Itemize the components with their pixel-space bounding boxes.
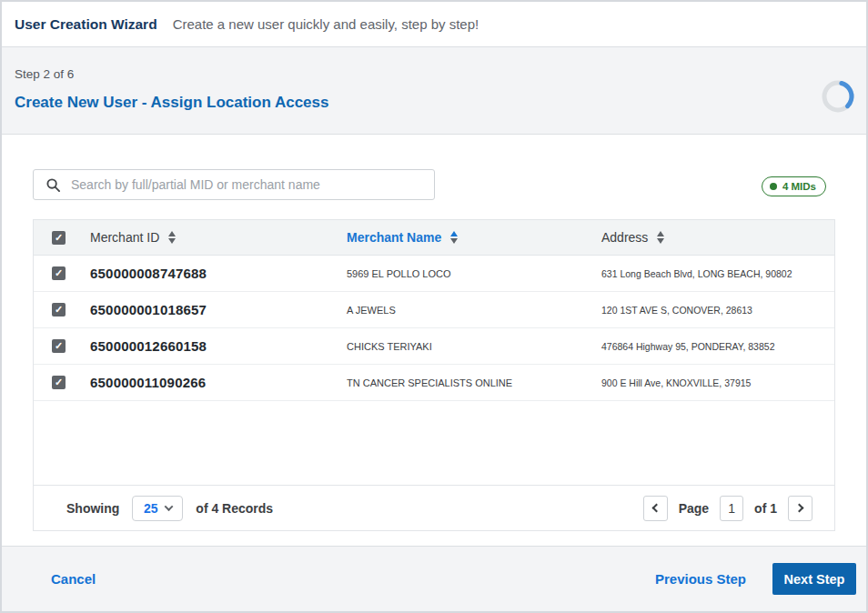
merchant-name: A JEWELS bbox=[347, 305, 601, 316]
chevron-down-icon bbox=[164, 502, 173, 511]
table-row: ✓ 650000001018657 A JEWELS 120 1ST AVE S… bbox=[34, 292, 834, 328]
merchant-search-box[interactable] bbox=[33, 169, 435, 200]
row-checkbox[interactable]: ✓ bbox=[52, 303, 66, 317]
chevron-left-icon bbox=[652, 504, 661, 513]
sort-icon[interactable] bbox=[657, 231, 664, 244]
sort-icon[interactable] bbox=[168, 231, 176, 244]
header-checkbox-cell: ✓ bbox=[34, 231, 90, 245]
column-header-merchant-id[interactable]: Merchant ID bbox=[90, 230, 347, 245]
merchant-address: 120 1ST AVE S, CONOVER, 28613 bbox=[601, 305, 834, 316]
merchant-address: 476864 Highway 95, PONDERAY, 83852 bbox=[601, 341, 834, 352]
merchant-id: 650000008747688 bbox=[90, 266, 347, 281]
table-row: ✓ 650000011090266 TN CANCER SPECIALISTS … bbox=[34, 365, 834, 401]
records-label: of 4 Records bbox=[196, 501, 273, 516]
merchant-name: TN CANCER SPECIALISTS ONLINE bbox=[347, 377, 601, 388]
row-checkbox[interactable]: ✓ bbox=[52, 266, 66, 280]
merchant-address: 900 E Hill Ave, KNOXVILLE, 37915 bbox=[601, 377, 834, 388]
chevron-right-icon bbox=[794, 504, 803, 513]
next-page-button[interactable] bbox=[788, 496, 812, 521]
progress-spinner-icon bbox=[820, 78, 856, 115]
app-header: User Creation Wizard Create a new user q… bbox=[2, 2, 866, 47]
badge-dot-icon bbox=[770, 183, 777, 190]
row-checkbox[interactable]: ✓ bbox=[52, 339, 66, 353]
previous-step-button[interactable]: Previous Step bbox=[655, 571, 746, 587]
page-size-controls: Showing 25 of 4 Records bbox=[66, 496, 273, 521]
page-size-select[interactable]: 25 bbox=[132, 496, 183, 521]
merchant-id: 650000012660158 bbox=[90, 338, 347, 354]
merchant-id: 650000011090266 bbox=[90, 375, 347, 390]
pagination-bar: Showing 25 of 4 Records Page of 1 bbox=[34, 485, 834, 530]
step-bar: Step 2 of 6 Create New User - Assign Loc… bbox=[2, 47, 866, 135]
cancel-button[interactable]: Cancel bbox=[51, 571, 96, 587]
sort-asc-icon[interactable] bbox=[450, 231, 458, 244]
toolbar: 4 MIDs bbox=[33, 169, 835, 200]
wizard-footer: Cancel Previous Step Next Step bbox=[2, 546, 866, 611]
main-content: 4 MIDs ✓ Merchant ID Merchant Name bbox=[2, 135, 866, 546]
page-title: Create New User - Assign Location Access bbox=[15, 94, 853, 112]
search-icon bbox=[46, 178, 60, 192]
merchant-name: 5969 EL POLLO LOCO bbox=[347, 268, 601, 279]
search-input[interactable] bbox=[71, 177, 425, 192]
column-header-address[interactable]: Address bbox=[601, 230, 834, 245]
badge-label: 4 MIDs bbox=[782, 181, 816, 192]
table-header-row: ✓ Merchant ID Merchant Name bbox=[34, 220, 834, 256]
merchant-name: CHICKS TERIYAKI bbox=[347, 341, 601, 352]
page-nav-controls: Page of 1 bbox=[643, 496, 812, 521]
next-step-button[interactable]: Next Step bbox=[772, 563, 856, 595]
page-label: Page bbox=[679, 501, 709, 516]
table-row: ✓ 650000012660158 CHICKS TERIYAKI 476864… bbox=[34, 328, 834, 365]
merchant-address: 631 Long Beach Blvd, LONG BEACH, 90802 bbox=[601, 268, 834, 279]
previous-page-button[interactable] bbox=[643, 496, 668, 521]
page-size-value: 25 bbox=[144, 501, 158, 516]
select-all-checkbox[interactable]: ✓ bbox=[52, 231, 66, 245]
page-of-label: of 1 bbox=[754, 501, 777, 516]
showing-label: Showing bbox=[66, 501, 119, 516]
user-creation-wizard-window: User Creation Wizard Create a new user q… bbox=[0, 0, 868, 613]
merchant-table: ✓ Merchant ID Merchant Name bbox=[33, 219, 835, 531]
app-title: User Creation Wizard bbox=[15, 16, 157, 33]
footer-actions: Previous Step Next Step bbox=[655, 563, 856, 595]
column-header-merchant-name[interactable]: Merchant Name bbox=[347, 230, 601, 245]
row-checkbox[interactable]: ✓ bbox=[52, 376, 66, 389]
app-subtitle: Create a new user quickly and easily, st… bbox=[173, 16, 479, 32]
table-empty-space bbox=[34, 401, 834, 485]
step-label: Step 2 of 6 bbox=[15, 67, 853, 81]
page-number-input[interactable] bbox=[720, 496, 743, 521]
merchant-id: 650000001018657 bbox=[90, 302, 347, 317]
mid-count-badge: 4 MIDs bbox=[762, 176, 826, 196]
table-row: ✓ 650000008747688 5969 EL POLLO LOCO 631… bbox=[34, 256, 834, 292]
